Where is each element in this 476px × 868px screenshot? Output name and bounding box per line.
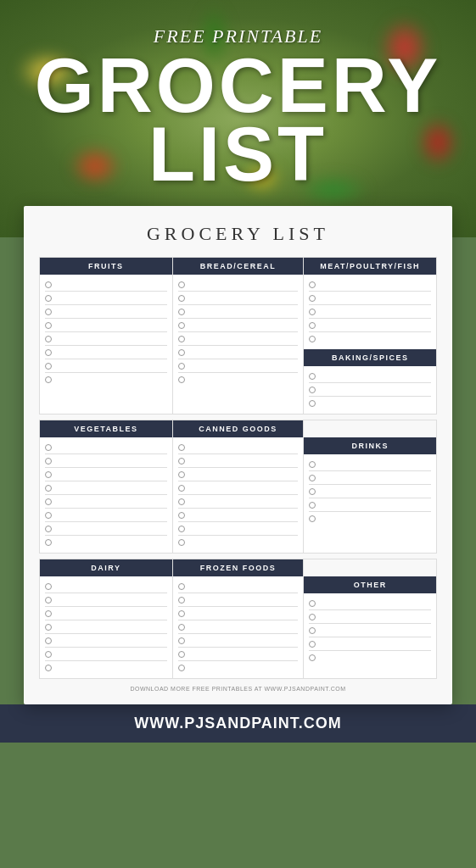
list-item [178, 580, 299, 593]
list-item [45, 468, 167, 481]
checkbox-circle[interactable] [309, 502, 316, 509]
checkbox-circle[interactable] [178, 539, 185, 546]
list-item [309, 458, 431, 471]
checkbox-circle[interactable] [178, 498, 185, 505]
checkbox-circle[interactable] [309, 400, 316, 407]
vegetables-section: VEGETABLES [40, 420, 172, 553]
checkbox-circle[interactable] [178, 610, 185, 617]
list-item [45, 319, 167, 332]
checkbox-circle[interactable] [178, 376, 185, 383]
checkbox-circle[interactable] [45, 539, 52, 546]
checkbox-circle[interactable] [178, 458, 185, 465]
checkbox-circle[interactable] [309, 515, 316, 522]
checkbox-circle[interactable] [45, 665, 52, 671]
checkbox-circle[interactable] [45, 336, 52, 342]
list-item [178, 319, 299, 332]
main-title: GROCERY LIST [17, 52, 459, 189]
checkbox-circle[interactable] [45, 458, 52, 465]
checkbox-circle[interactable] [45, 281, 52, 288]
checkbox-circle[interactable] [178, 526, 185, 532]
checkbox-circle[interactable] [309, 309, 316, 315]
checkbox-circle[interactable] [178, 651, 185, 658]
list-item [45, 509, 167, 522]
checkbox-circle[interactable] [309, 600, 316, 607]
checkbox-circle[interactable] [178, 309, 185, 315]
list-item [309, 637, 431, 651]
checkbox-circle[interactable] [45, 322, 52, 329]
list-item [178, 593, 299, 607]
meat-baking-section: MEAT/POULTRY/FISH BAKING/SPICES [304, 258, 436, 414]
frozen-foods-section: FROZEN FOODS [172, 559, 305, 678]
checkbox-circle[interactable] [45, 349, 52, 356]
checkbox-circle[interactable] [178, 444, 185, 451]
list-item [45, 522, 167, 536]
checkbox-circle[interactable] [309, 295, 316, 302]
checkbox-circle[interactable] [178, 583, 185, 590]
checkbox-circle[interactable] [178, 281, 185, 288]
checkbox-circle[interactable] [178, 512, 185, 519]
checkbox-circle[interactable] [178, 485, 185, 492]
checkbox-circle[interactable] [178, 363, 185, 370]
list-item [45, 373, 167, 387]
list-item [45, 305, 167, 319]
checkbox-circle[interactable] [45, 498, 52, 505]
footer-bar: WWW.PJSANDPAINT.COM [0, 704, 476, 743]
checkbox-circle[interactable] [309, 461, 316, 468]
checkbox-circle[interactable] [309, 281, 316, 288]
checkbox-circle[interactable] [309, 627, 316, 634]
checkbox-circle[interactable] [45, 309, 52, 315]
list-item [45, 454, 167, 468]
checkbox-circle[interactable] [45, 526, 52, 532]
checkbox-circle[interactable] [178, 322, 185, 329]
checkbox-circle[interactable] [309, 654, 316, 661]
checkbox-circle[interactable] [178, 637, 185, 644]
title-line1: GROCERY [17, 52, 459, 120]
list-item [45, 634, 167, 648]
list-item [45, 332, 167, 346]
checkbox-circle[interactable] [309, 387, 316, 393]
list-item [309, 610, 431, 624]
list-item [178, 481, 299, 495]
other-section: OTHER [304, 559, 436, 678]
checkbox-circle[interactable] [45, 651, 52, 658]
canned-goods-section: CANNED GOODS [172, 420, 305, 553]
list-item [45, 441, 167, 454]
list-item [309, 397, 431, 410]
meat-header: MEAT/POULTRY/FISH [304, 258, 436, 275]
checkbox-circle[interactable] [45, 376, 52, 383]
checkbox-circle[interactable] [309, 322, 316, 329]
checkbox-circle[interactable] [309, 641, 316, 648]
checkbox-circle[interactable] [178, 336, 185, 342]
checkbox-circle[interactable] [178, 624, 185, 631]
checkbox-circle[interactable] [309, 475, 316, 481]
checkbox-circle[interactable] [178, 349, 185, 356]
checkbox-circle[interactable] [45, 485, 52, 492]
checkbox-circle[interactable] [309, 373, 316, 380]
checkbox-circle[interactable] [309, 488, 316, 495]
list-item [45, 536, 167, 549]
checkbox-circle[interactable] [45, 444, 52, 451]
list-item [178, 634, 299, 648]
checkbox-circle[interactable] [45, 597, 52, 604]
checkbox-circle[interactable] [45, 512, 52, 519]
list-item [45, 292, 167, 305]
checkbox-circle[interactable] [178, 295, 185, 302]
frozen-foods-header: FROZEN FOODS [173, 559, 304, 576]
checkbox-circle[interactable] [45, 583, 52, 590]
list-item [178, 454, 299, 468]
checkbox-circle[interactable] [45, 624, 52, 631]
checkbox-circle[interactable] [45, 295, 52, 302]
list-item [178, 292, 299, 305]
checkbox-circle[interactable] [45, 637, 52, 644]
bread-cereal-section: BREAD/CEREAL [172, 258, 305, 414]
checkbox-circle[interactable] [309, 614, 316, 620]
other-header: OTHER [304, 576, 436, 593]
checkbox-circle[interactable] [45, 610, 52, 617]
checkbox-circle[interactable] [178, 471, 185, 478]
checkbox-circle[interactable] [178, 597, 185, 604]
checkbox-circle[interactable] [178, 665, 185, 671]
checkbox-circle[interactable] [45, 471, 52, 478]
download-note: DOWNLOAD MORE FREE PRINTABLES AT WWW.PJS… [39, 686, 437, 692]
checkbox-circle[interactable] [45, 363, 52, 370]
checkbox-circle[interactable] [309, 336, 316, 342]
